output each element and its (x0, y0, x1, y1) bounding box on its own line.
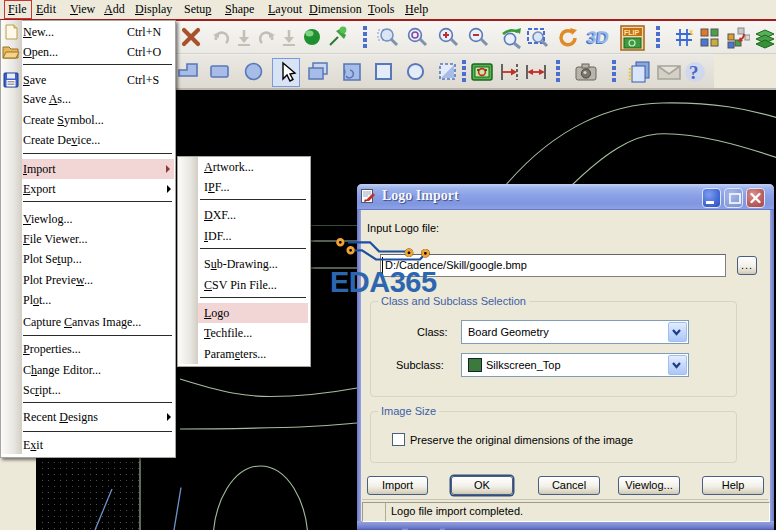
svg-text:EDA365: EDA365 (330, 266, 437, 298)
